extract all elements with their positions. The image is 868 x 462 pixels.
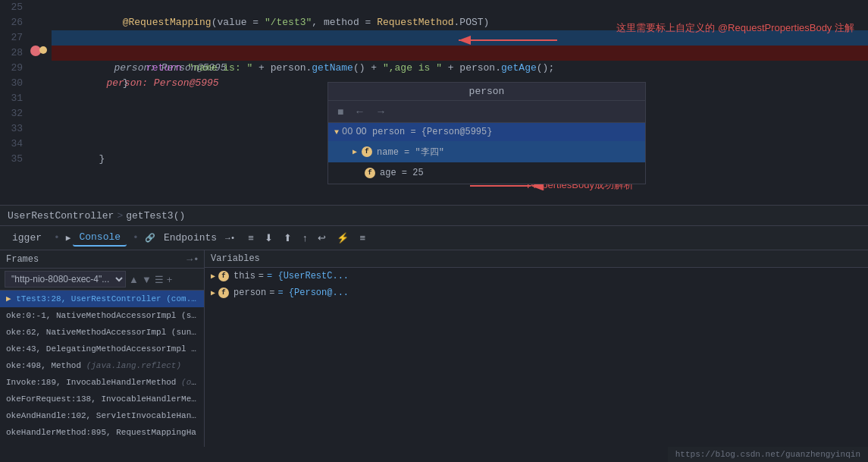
- endpoints-tab[interactable]: Endpoints: [158, 230, 223, 246]
- debug-run-cursor[interactable]: ↩: [314, 230, 330, 246]
- thread-filter[interactable]: ☰: [155, 274, 164, 285]
- popup-back-btn[interactable]: ←: [351, 104, 368, 119]
- frames-expand[interactable]: →•: [184, 253, 198, 265]
- frame-item-5[interactable]: Invoke:189, InvocableHandlerMethod (org.…: [0, 374, 204, 391]
- debugger-tab[interactable]: igger: [6, 230, 48, 246]
- person-popup: person ■ ← → ▼ OO OO person = {Person@59…: [327, 82, 646, 184]
- breadcrumb-class[interactable]: UserRestController: [8, 210, 114, 222]
- variables-panel: Variables ▶ f this = = {UserRestC ... ▶ …: [205, 250, 868, 447]
- console-tab[interactable]: Console: [73, 229, 127, 247]
- url-bar: https://blog.csdn.net/guanzhengyinqin: [668, 447, 868, 462]
- line-numbers: 25 26 27 28 29 30 31 32 33 34 35: [0, 0, 29, 205]
- thread-up[interactable]: ▲: [129, 274, 139, 285]
- debug-step-into[interactable]: ⬆: [280, 230, 296, 246]
- popup-root-row[interactable]: ▼ OO OO person = {Person@5995}: [328, 123, 645, 141]
- frames-list: ▶ tTest3:28, UserRestController (com.my.…: [0, 291, 204, 447]
- frame-item-8[interactable]: okeHandlerMethod:895, RequestMappingHa: [0, 424, 204, 441]
- debug-step-out[interactable]: ↑: [299, 230, 312, 246]
- popup-forward-btn[interactable]: →: [372, 104, 389, 119]
- thread-down[interactable]: ▼: [142, 274, 152, 285]
- variables-list: ▶ f this = = {UserRestC ... ▶ f person =…: [205, 268, 868, 447]
- frame-item-7[interactable]: okeAndHandle:102, ServletInvocableHandle…: [0, 407, 204, 424]
- breadcrumb-method[interactable]: getTest3(): [126, 210, 185, 222]
- this-icon: f: [218, 271, 229, 281]
- annotation-note: 这里需要标上自定义的 @RequestPropertiesBody 注解: [616, 21, 854, 35]
- person-icon: f: [218, 288, 229, 298]
- annotation-arrow: [443, 29, 565, 55]
- frames-header: Frames →•: [0, 250, 204, 269]
- frame-item-4[interactable]: oke:498, Method (java.lang.reflect): [0, 357, 204, 374]
- variables-header: Variables: [205, 250, 868, 268]
- debug-step-over[interactable]: ⬇: [261, 230, 277, 246]
- popup-expand-btn[interactable]: ■: [334, 104, 346, 119]
- debug-icon-1[interactable]: ≡: [244, 230, 258, 246]
- popup-toolbar: ■ ← →: [328, 101, 645, 123]
- debug-toolbar: igger • ▶ Console • 🔗 Endpoints →• ≡ ⬇ ⬆…: [0, 226, 868, 250]
- frame-item-1[interactable]: oke:0:-1, NativeMethodAccessorImpl (sun.…: [0, 307, 204, 324]
- popup-name-row[interactable]: ▶ f name = "李四": [328, 141, 645, 162]
- code-editor: 25 26 27 28 29 30 31 32 33 34 35 @Reques…: [0, 0, 868, 205]
- frame-item-2[interactable]: oke:62, NativeMethodAccessorImpl (sun.re…: [0, 324, 204, 341]
- breadcrumb-bar: UserRestController > getTest3(): [0, 205, 868, 226]
- frame-item-3[interactable]: oke:43, DelegatingMethodAccessorImpl (su…: [0, 341, 204, 357]
- debug-settings[interactable]: ≡: [356, 230, 369, 246]
- frame-item-0[interactable]: ▶ tTest3:28, UserRestController (com.my.…: [0, 291, 204, 307]
- code-line-25: @RequestMapping(value = "/test3", method…: [52, 0, 868, 15]
- bottom-panels: Frames →• "http-nio-8080-exec-4"... ▲ ▼ …: [0, 250, 868, 447]
- frames-toolbar: →•: [184, 253, 198, 265]
- gutter: [29, 0, 45, 205]
- thread-selector-row: "http-nio-8080-exec-4"... ▲ ▼ ☰ +: [0, 269, 204, 291]
- popup-content: ▼ OO OO person = {Person@5995} ▶ f name …: [328, 123, 645, 184]
- popup-age-row[interactable]: f age = 25: [328, 162, 645, 184]
- debug-eval[interactable]: ⚡: [333, 230, 353, 246]
- frame-item-6[interactable]: okeForRequest:138, InvocableHandlerMetho…: [0, 391, 204, 407]
- thread-add[interactable]: +: [167, 274, 173, 285]
- popup-title: person: [328, 83, 645, 101]
- frames-panel: Frames →• "http-nio-8080-exec-4"... ▲ ▼ …: [0, 250, 205, 447]
- variable-this[interactable]: ▶ f this = = {UserRestC ...: [205, 268, 868, 284]
- thread-selector[interactable]: "http-nio-8080-exec-4"...: [5, 271, 126, 288]
- variable-person[interactable]: ▶ f person = = {Person@ ...: [205, 284, 868, 301]
- code-line-29: }: [52, 61, 868, 76]
